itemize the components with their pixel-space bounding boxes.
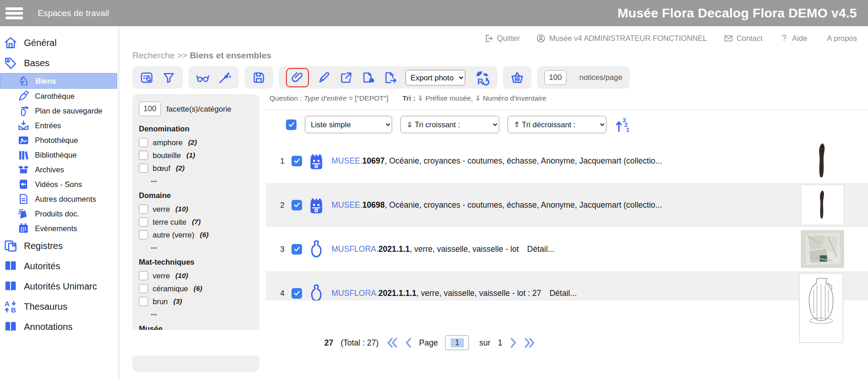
page-number-input[interactable]: 1 [445,335,469,350]
top-link[interactable]: ? Aide [779,34,807,43]
top-link[interactable]: A propos [824,34,857,43]
sort-order-icon[interactable]: 321 [615,116,630,133]
thumb-vase[interactable] [799,273,843,343]
double-chevron-left-icon[interactable] [386,336,398,349]
vase-icon [308,284,325,301]
checkbox-unchecked[interactable] [139,297,148,306]
facet-item[interactable]: autre (verre) (6) [139,228,253,241]
sort-desc-select[interactable]: ⇑ Tri décroissant : [508,116,606,133]
sidebar-item[interactable]: Autres documents [0,192,119,206]
extinguisher-icon [17,105,29,117]
checkbox-unchecked[interactable] [139,284,148,293]
facet-item[interactable]: brun (3) [139,295,253,308]
sidebar-item[interactable]: Bases [0,53,119,73]
sidebar-item[interactable]: Photothèque [0,133,119,147]
record-link[interactable]: MUSFLORA. [331,289,378,298]
record-link[interactable]: MUSFLORA. [331,244,378,254]
sidebar-item[interactable]: Autorités [0,256,119,276]
magic-wand-icon[interactable] [218,71,232,85]
chevron-left-icon[interactable] [403,336,415,349]
record-link[interactable]: MUSEE. [331,200,362,210]
save-icon[interactable] [252,71,266,85]
detail-link[interactable]: Détail... [549,289,577,298]
facet-count-input[interactable] [139,102,161,116]
sidebar-item[interactable]: Général [0,33,119,53]
facet-group: Domaine verre (10) [139,191,253,251]
facet-item[interactable]: bœuf (2) [139,162,253,175]
sidebar-item[interactable]: Bibliothèque [0,147,119,162]
sidebar-item[interactable]: Archives [0,162,119,177]
paperclip-icon[interactable] [291,71,304,85]
facet-item[interactable]: terre cuite (7) [139,216,253,228]
sidebar-item[interactable]: Registres [0,236,119,256]
row-checkbox[interactable] [291,244,302,255]
row-checkbox[interactable] [291,288,302,299]
papers-icon [17,208,29,220]
notices-per-page-input[interactable] [544,70,566,85]
sidebar-item[interactable]: AB Thesaurus [0,296,119,317]
sidebar-item-label: Biens [35,77,56,85]
facet-item[interactable]: verre (10) [139,269,253,282]
thumb-photo[interactable] [801,230,844,268]
display-mode-select[interactable]: Liste simple [305,116,392,133]
sidebar-item-label: Carothèque [35,92,74,101]
checkbox-unchecked[interactable] [139,164,148,173]
facet-item[interactable]: amphore (2) [139,136,253,149]
breadcrumb: Recherche >> Biens et ensembles [119,45,868,63]
checkbox-unchecked[interactable] [139,204,148,214]
sort-asc-select[interactable]: ⇓ Tri croissant : [400,116,499,133]
search-list-icon[interactable] [140,71,154,85]
facet-item[interactable]: verre (10) [139,203,253,216]
top-link[interactable]: Quitter [484,34,520,43]
external-link-icon[interactable] [339,71,353,85]
pencil-icon[interactable] [317,71,331,85]
mail-icon [724,34,733,43]
menu-icon[interactable] [6,6,23,21]
sidebar-item[interactable]: Vidéos - Sons [0,177,119,192]
chevron-right-icon[interactable] [507,336,519,349]
row-checkbox[interactable] [291,200,302,210]
mask-icon [308,151,325,170]
facet-more-link[interactable]: ... [139,308,253,318]
checkbox-unchecked[interactable] [139,151,148,160]
checkbox-unchecked[interactable] [139,271,148,280]
result-row: 2 MUSEE.10698, Océanie, croyances - cout… [266,183,868,227]
checkbox-unchecked[interactable] [139,230,148,239]
row-checkbox[interactable] [291,156,302,166]
video-icon [17,178,29,190]
saved-search-icon[interactable]: R [474,69,490,86]
sidebar-item[interactable]: Entrées [0,118,119,133]
ab-sort-icon: AB [4,300,17,313]
sidebar-item[interactable]: Produits doc. [0,206,119,221]
sidebar-item[interactable]: Annotations [0,317,119,337]
glasses-icon[interactable] [196,71,210,85]
sidebar-item[interactable]: Carothèque [0,89,119,103]
thumb-stick-boxed[interactable] [801,185,844,225]
facet-item[interactable]: bouteille (1) [139,149,253,162]
detail-link[interactable]: Détail... [527,244,554,254]
export-photo-select[interactable]: Export photo [405,70,465,85]
sidebar-item[interactable]: Autorités Unimarc [0,276,119,296]
open-book-icon [4,259,17,273]
top-link[interactable]: Musée v4 ADMINISTRATEUR FONCTIONNEL [536,34,707,43]
record-link[interactable]: MUSEE. [331,156,362,165]
top-link[interactable]: Contact [724,34,763,43]
sidebar-item-label: Archives [35,165,64,174]
basket-icon[interactable] [510,71,524,85]
double-chevron-right-icon[interactable] [524,336,536,349]
document-print-icon[interactable] [361,71,375,85]
svg-text:B: B [11,306,16,313]
workspace-label[interactable]: Espaces de travail [38,8,109,18]
sidebar-item[interactable]: ♘ Biens [0,73,117,89]
filter-icon[interactable] [162,71,176,85]
facet-more-link[interactable]: ... [139,175,253,185]
facet-more-link[interactable]: ... [139,241,253,251]
select-all-checkbox[interactable] [286,119,297,130]
sidebar-item[interactable]: Evènements [0,221,119,236]
checkbox-unchecked[interactable] [139,138,148,147]
checkbox-unchecked[interactable] [139,217,148,227]
thumb-stick[interactable] [801,142,844,180]
sidebar-item[interactable]: Plan de sauvegarde [0,103,119,118]
facet-item[interactable]: céramique (6) [139,282,253,295]
document-export-icon[interactable] [383,71,397,85]
